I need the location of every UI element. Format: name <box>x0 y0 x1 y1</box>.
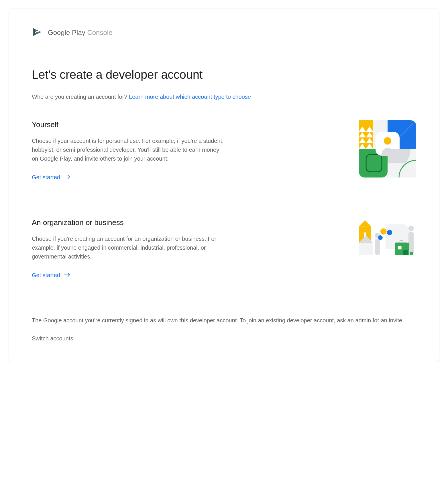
svg-point-27 <box>387 230 392 235</box>
get-started-label: Get started <box>32 272 60 279</box>
svg-marker-18 <box>359 220 371 226</box>
svg-point-28 <box>408 226 414 231</box>
svg-rect-34 <box>410 252 413 255</box>
divider <box>32 296 416 296</box>
svg-rect-35 <box>398 246 402 249</box>
option-yourself-description: Choose if your account is for personal u… <box>32 137 227 163</box>
option-yourself-content: Yourself Choose if your account is for p… <box>32 120 227 181</box>
option-organization-title: An organization or business <box>32 218 227 227</box>
subtitle: Who are you creating an account for? Lea… <box>32 94 416 100</box>
svg-point-26 <box>378 235 383 240</box>
play-console-logo-icon <box>32 26 44 39</box>
footer-text: The Google account you're currently sign… <box>32 316 416 325</box>
switch-accounts-link[interactable]: Switch accounts <box>32 335 73 342</box>
signup-card: Google Play Console Let's create a devel… <box>9 9 439 362</box>
option-organization-description: Choose if you're creating an account for… <box>32 234 227 261</box>
get-started-label: Get started <box>32 174 60 181</box>
divider <box>32 198 416 198</box>
logo-text-console: Console <box>85 29 113 36</box>
svg-rect-22 <box>359 243 373 255</box>
svg-rect-24 <box>375 238 380 255</box>
arrow-right-icon <box>64 174 70 181</box>
svg-point-25 <box>380 228 386 234</box>
svg-rect-33 <box>403 250 408 255</box>
logo-text: Google Play Console <box>48 29 112 37</box>
option-organization: An organization or business Choose if yo… <box>32 218 416 296</box>
learn-more-link[interactable]: Learn more about which account type to c… <box>129 94 251 100</box>
logo-row: Google Play Console <box>32 26 416 39</box>
get-started-yourself-button[interactable]: Get started <box>32 174 70 181</box>
organization-illustration <box>359 218 416 275</box>
option-organization-content: An organization or business Choose if yo… <box>32 218 227 279</box>
option-yourself-title: Yourself <box>32 120 227 129</box>
subtitle-prefix: Who are you creating an account for? <box>32 94 129 100</box>
page-title: Let's create a developer account <box>32 68 416 82</box>
yourself-illustration <box>359 120 416 178</box>
get-started-organization-button[interactable]: Get started <box>32 272 70 279</box>
svg-rect-29 <box>408 231 414 255</box>
logo-text-play: Google Play <box>48 29 85 36</box>
svg-point-13 <box>384 137 391 145</box>
arrow-right-icon <box>64 272 70 279</box>
option-yourself: Yourself Choose if your account is for p… <box>32 120 416 198</box>
